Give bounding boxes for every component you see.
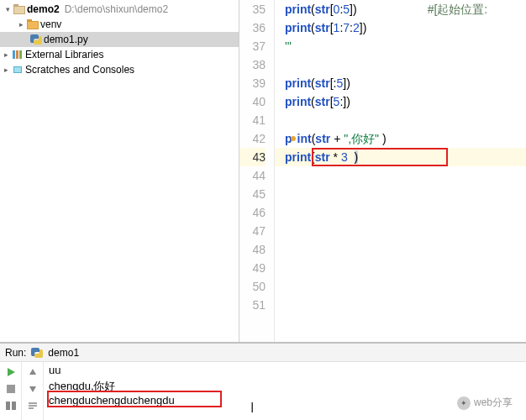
console-line: chengdu,你好: [49, 379, 521, 394]
line-number: 40: [239, 92, 266, 111]
folder-icon: [27, 19, 39, 29]
console-output[interactable]: uu chengdu,你好 chengduchengduchengdu I ✦ …: [44, 362, 526, 420]
rerun-button[interactable]: [3, 365, 18, 379]
chevron-right-icon[interactable]: ▸: [2, 66, 10, 74]
line-number: 48: [239, 240, 266, 259]
main-split: ▾ demo2 D:\demo\shixun\demo2 ▸ venv demo…: [0, 0, 526, 343]
watermark: ✦ web分享: [457, 396, 513, 410]
code-line[interactable]: print(str[:5]): [275, 74, 526, 92]
stop-button[interactable]: [3, 382, 18, 396]
text-cursor-icon: I: [250, 401, 254, 416]
code-line[interactable]: [275, 222, 526, 240]
svg-marker-15: [29, 369, 36, 375]
scroll-up-button[interactable]: [25, 365, 40, 379]
code-line[interactable]: ''': [275, 37, 526, 55]
svg-rect-12: [7, 385, 15, 393]
code-line[interactable]: [275, 277, 526, 296]
run-panel: Run: demo1 uu chengdu,你好 chengduchengduc…: [0, 343, 526, 420]
svg-rect-13: [6, 402, 10, 410]
svg-rect-10: [14, 67, 21, 72]
python-file-icon: [30, 34, 42, 45]
line-number: 49: [239, 259, 266, 277]
code-line[interactable]: [275, 111, 526, 129]
line-number: 35: [239, 0, 266, 18]
line-number: 50: [239, 277, 266, 296]
wrap-button[interactable]: [25, 399, 40, 412]
svg-marker-16: [29, 386, 36, 392]
line-number: 39: [239, 74, 266, 92]
code-line[interactable]: print(str[5:]): [275, 92, 526, 111]
tree-item-label: Scratches and Consoles: [25, 64, 134, 76]
python-file-icon: [31, 348, 43, 358]
line-number: 47: [239, 222, 266, 240]
code-line[interactable]: [275, 203, 526, 222]
svg-rect-5: [28, 22, 38, 29]
tree-external[interactable]: ▸ External Libraries: [0, 47, 239, 62]
run-tab-label[interactable]: demo1: [48, 347, 79, 359]
code-line[interactable]: pint(str + ",你好" ): [275, 129, 526, 148]
run-toolbar-2: [22, 362, 44, 420]
chevron-right-icon[interactable]: ▸: [17, 20, 25, 29]
tree-item-label: venv: [40, 18, 61, 30]
tree-root-path: D:\demo\shixun\demo2: [65, 3, 168, 15]
scratches-icon: [12, 65, 24, 75]
line-number: 37: [239, 37, 266, 55]
run-body: uu chengdu,你好 chengduchengduchengdu I ✦ …: [0, 362, 526, 420]
scroll-down-button[interactable]: [25, 382, 40, 396]
svg-rect-2: [14, 7, 24, 13]
run-label: Run:: [5, 347, 26, 359]
run-toolbar: [0, 362, 22, 420]
line-gutter: 35 36 37 38 39 40 41 42 43 44 45 46 47 4…: [239, 0, 275, 342]
code-line[interactable]: [275, 166, 526, 185]
line-number: 36: [239, 18, 266, 37]
code-line[interactable]: [275, 296, 526, 314]
code-line[interactable]: print(str[1:7:2]): [275, 18, 526, 37]
code-line[interactable]: print(str * 3 ): [275, 148, 526, 166]
folder-icon: [13, 4, 25, 14]
tree-root-label: demo2: [27, 3, 60, 15]
code-line[interactable]: [275, 259, 526, 277]
tree-item-label: demo1.py: [44, 34, 88, 45]
code-area[interactable]: print(str[0:5])#[起始位置: print(str[1:7:2])…: [275, 0, 526, 342]
line-number: 41: [239, 111, 266, 129]
tree-venv[interactable]: ▸ venv: [0, 17, 239, 32]
run-header: Run: demo1: [0, 344, 526, 362]
watermark-text: web分享: [474, 396, 513, 410]
console-line: chengduchengduchengdu: [49, 394, 521, 409]
svg-rect-6: [13, 50, 15, 59]
svg-rect-14: [12, 402, 16, 410]
library-icon: [12, 50, 24, 60]
line-number: 38: [239, 55, 266, 74]
tree-file[interactable]: demo1.py: [0, 32, 239, 47]
code-line[interactable]: [275, 55, 526, 74]
tree-root[interactable]: ▾ demo2 D:\demo\shixun\demo2: [0, 2, 239, 17]
layout-button[interactable]: [3, 399, 18, 412]
chevron-right-icon[interactable]: ▸: [2, 50, 10, 59]
line-number: 44: [239, 166, 266, 185]
code-editor[interactable]: 35 36 37 38 39 40 41 42 43 44 45 46 47 4…: [239, 0, 526, 342]
line-number: 51: [239, 296, 266, 314]
console-line: uu: [49, 364, 521, 379]
warning-icon: [291, 136, 296, 141]
svg-marker-11: [8, 368, 15, 376]
code-line[interactable]: [275, 185, 526, 203]
line-number: 42: [239, 129, 266, 148]
line-number: 46: [239, 203, 266, 222]
code-line[interactable]: print(str[0:5])#[起始位置:: [275, 0, 526, 18]
line-number: 45: [239, 185, 266, 203]
chevron-down-icon[interactable]: ▾: [3, 5, 12, 13]
tree-item-label: External Libraries: [25, 49, 103, 60]
wechat-icon: ✦: [457, 396, 471, 410]
code-line[interactable]: [275, 240, 526, 259]
svg-rect-8: [19, 50, 22, 59]
project-tree[interactable]: ▾ demo2 D:\demo\shixun\demo2 ▸ venv demo…: [0, 0, 239, 342]
svg-rect-7: [16, 50, 18, 59]
tree-scratches[interactable]: ▸ Scratches and Consoles: [0, 62, 239, 77]
line-number: 43: [239, 148, 266, 166]
